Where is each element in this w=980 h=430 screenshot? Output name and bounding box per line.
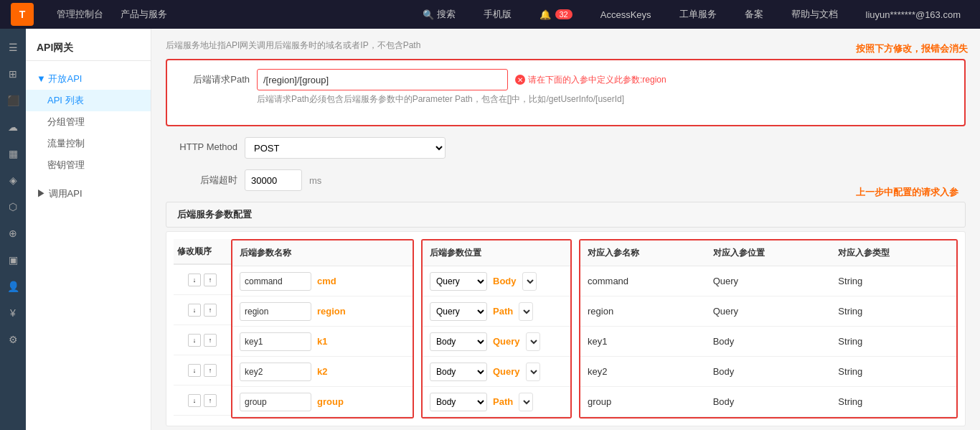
pos-right-select-1[interactable]: ▾	[519, 302, 533, 321]
order-up-3[interactable]: ↑	[204, 364, 217, 377]
pos-right-value-0: Body	[493, 276, 517, 286]
call-api-section[interactable]: ▶ 调用API	[26, 183, 151, 205]
help-docs-link[interactable]: 帮助与文档	[783, 8, 847, 21]
correspond-cell-3: key2 Body String	[580, 357, 956, 387]
management-console-link[interactable]: 管理控制台	[48, 8, 112, 21]
name-cell-2: k1	[232, 327, 413, 357]
timeout-label: 后端超时	[166, 169, 237, 187]
open-api-section[interactable]: ▼ 开放API	[26, 68, 151, 90]
section-header-bar: 后端服务参数配置	[166, 202, 966, 228]
params-section: 上一步中配置的请求入参 后端服务参数配置 修改顺序 ↓ ↑ ↓ ↑ ↓ ↑ ↓ …	[166, 202, 966, 426]
order-up-1[interactable]: ↑	[204, 304, 217, 317]
correspond-pos-header: 对应入参位置	[706, 247, 831, 259]
name-placeholder-1[interactable]	[240, 302, 311, 321]
corr-type-1: String	[831, 306, 956, 317]
sidebar-icon-database[interactable]: ▦	[1, 142, 24, 165]
corr-pos-3: Body	[706, 366, 831, 377]
path-help-text: 后端请求Path必须包含后端服务参数中的Parameter Path，包含在[]…	[257, 93, 953, 106]
sidebar-icon-home[interactable]: ⊞	[1, 62, 24, 85]
work-order-link[interactable]: 工单服务	[671, 8, 725, 21]
sidebar-icon-cloud[interactable]: ☁	[1, 116, 24, 139]
http-method-control: POST GET PUT DELETE	[245, 137, 966, 159]
order-cell-3: ↓ ↑	[174, 355, 231, 385]
corr-pos-0: Query	[706, 276, 831, 286]
correspond-cell-1: region Query String	[580, 296, 956, 327]
pos-right-select-3[interactable]: ▾	[526, 363, 540, 381]
notification-bell[interactable]: 🔔 32	[531, 9, 581, 20]
pos-right-select-2[interactable]: ▾	[526, 332, 540, 351]
mobile-link[interactable]: 手机版	[475, 8, 520, 21]
correspond-type-header: 对应入参类型	[831, 247, 956, 259]
pos-right-value-3: Query	[493, 366, 520, 377]
annotation-fix: 按照下方修改，报错会消失	[856, 42, 968, 55]
sidebar-icon-menu[interactable]: ☰	[1, 36, 24, 59]
sidebar-icon-server[interactable]: ⬛	[1, 89, 24, 112]
name-placeholder-4[interactable]	[240, 393, 311, 411]
pos-left-select-3[interactable]: Query Body Path Header	[430, 363, 487, 381]
path-error-hint: ✕ 请在下面的入参中定义此参数:region	[515, 74, 666, 86]
main-content: 后端服务地址指API网关调用后端服务时的域名或者IP，不包含Path 按照下方修…	[151, 29, 980, 430]
name-placeholder-2[interactable]	[240, 332, 311, 351]
name-placeholder-0[interactable]	[240, 272, 311, 291]
products-services-link[interactable]: 产品与服务	[112, 8, 176, 21]
sidebar-icon-user[interactable]: 👤	[1, 275, 24, 298]
position-cell-0: Query Body Path Header Body ▾	[423, 266, 570, 296]
pos-right-select-4[interactable]: ▾	[519, 393, 533, 411]
timeout-wrapper: ms	[245, 169, 321, 191]
corr-name-0: command	[580, 276, 706, 286]
sidebar-icon-globe[interactable]: ⊕	[1, 222, 24, 245]
corr-type-4: String	[831, 396, 956, 407]
order-down-1[interactable]: ↓	[188, 304, 201, 317]
pos-left-select-1[interactable]: Query Body Path Header	[430, 302, 487, 321]
order-down-0[interactable]: ↓	[188, 274, 201, 286]
sidebar-item-key-management[interactable]: 密钥管理	[26, 154, 151, 176]
order-down-3[interactable]: ↓	[188, 364, 201, 377]
sidebar-icon-yuan[interactable]: ¥	[1, 302, 24, 324]
path-config-box: 按照下方修改，报错会消失 后端请求Path ✕ 请在下面的入参中定义此参数:re…	[166, 59, 966, 126]
top-navigation: T 管理控制台 产品与服务 🔍 搜索 手机版 🔔 32 AccessKeys 工…	[0, 0, 980, 29]
pos-right-value-1: Path	[493, 306, 513, 317]
pos-left-select-4[interactable]: Query Body Path Header	[430, 393, 487, 411]
sidebar-icon-monitor[interactable]: ▣	[1, 248, 24, 271]
ms-label: ms	[309, 175, 321, 186]
sidebar-item-api-list[interactable]: API 列表	[26, 90, 151, 111]
http-method-row: HTTP Method POST GET PUT DELETE	[166, 137, 966, 159]
order-column: 修改顺序 ↓ ↑ ↓ ↑ ↓ ↑ ↓ ↑ ↓ ↑	[174, 239, 231, 419]
correspond-cell-2: key1 Body String	[580, 327, 956, 357]
name-column: 后端参数名称 cmd region k1 k2 group	[231, 239, 414, 419]
name-cell-0: cmd	[232, 266, 413, 296]
http-method-select[interactable]: POST GET PUT DELETE	[245, 137, 446, 159]
sidebar-icon-settings[interactable]: ⚙	[1, 328, 24, 351]
user-account[interactable]: liuyun*******@163.com	[857, 9, 969, 20]
access-keys-link[interactable]: AccessKeys	[592, 9, 660, 20]
order-up-4[interactable]: ↑	[204, 394, 217, 407]
position-cell-1: Query Body Path Header Path ▾	[423, 296, 570, 327]
corr-name-3: key2	[580, 366, 706, 377]
path-input[interactable]	[257, 69, 508, 90]
order-cell-4: ↓ ↑	[174, 385, 231, 416]
position-column: 后端参数位置 Query Body Path Header Body ▾ Que…	[421, 239, 572, 419]
corr-name-1: region	[580, 306, 706, 317]
name-value-3: k2	[317, 366, 327, 377]
name-placeholder-3[interactable]	[240, 363, 311, 381]
sidebar-item-flow-control[interactable]: 流量控制	[26, 133, 151, 154]
pos-right-select-0[interactable]: ▾	[522, 272, 537, 291]
order-down-4[interactable]: ↓	[188, 394, 201, 407]
order-up-2[interactable]: ↑	[204, 334, 217, 347]
sidebar-icon-api[interactable]: ◈	[1, 169, 24, 192]
name-value-0: cmd	[317, 276, 336, 286]
sidebar-item-group-management[interactable]: 分组管理	[26, 111, 151, 133]
order-up-0[interactable]: ↑	[204, 274, 217, 286]
pos-left-select-2[interactable]: Query Body Path Header	[430, 332, 487, 351]
timeout-input[interactable]	[245, 169, 302, 191]
position-cell-3: Query Body Path Header Query ▾	[423, 357, 570, 387]
backup-link[interactable]: 备案	[736, 8, 772, 21]
path-row: 后端请求Path ✕ 请在下面的入参中定义此参数:region 后端请求Path…	[178, 69, 953, 106]
sidebar-icon-security[interactable]: ⬡	[1, 195, 24, 218]
corr-type-2: String	[831, 336, 956, 347]
corr-type-3: String	[831, 366, 956, 377]
pos-left-select-0[interactable]: Query Body Path Header	[430, 272, 487, 291]
order-down-2[interactable]: ↓	[188, 334, 201, 347]
search-button[interactable]: 🔍 搜索	[414, 8, 464, 21]
http-method-label: HTTP Method	[166, 137, 237, 152]
